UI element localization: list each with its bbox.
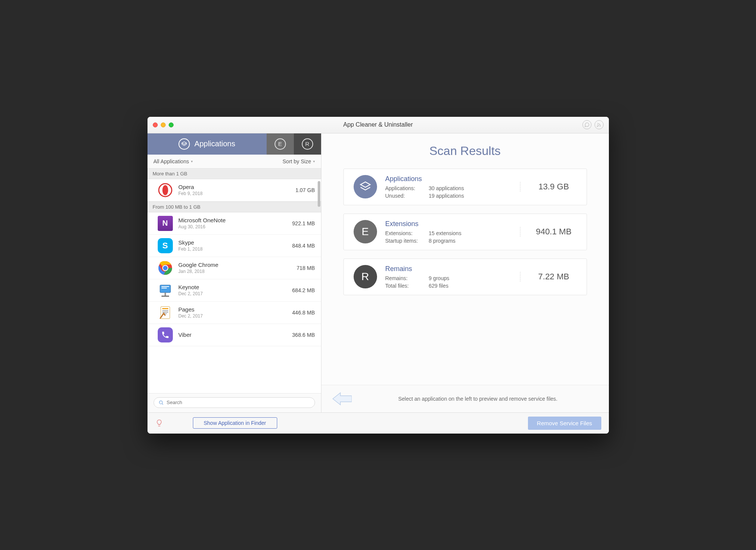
show-in-finder-button[interactable]: Show Application in Finder <box>193 417 277 429</box>
tab-extensions[interactable]: E <box>267 133 294 155</box>
app-row[interactable]: SSkypeFeb 1, 2018848.4 MB <box>147 235 321 257</box>
group-header: More than 1 GB <box>147 168 321 179</box>
app-row[interactable]: Viber368.6 MB <box>147 324 321 346</box>
search-input[interactable] <box>167 400 310 405</box>
card-size: 940.1 MB <box>520 227 577 237</box>
app-date: Aug 30, 2016 <box>179 224 287 229</box>
card-stat-value: 15 extensions <box>429 230 512 236</box>
card-size: 13.9 GB <box>520 182 577 192</box>
remains-card-icon: R <box>354 265 377 288</box>
extensions-icon: E <box>275 138 286 150</box>
card-title: Applications <box>385 175 512 183</box>
app-size: 368.6 MB <box>292 332 315 338</box>
svg-point-11 <box>159 401 162 404</box>
opera-icon <box>157 182 173 198</box>
search-field-wrapper[interactable] <box>154 397 315 408</box>
card-stat-label: Extensions: <box>385 230 429 236</box>
app-row[interactable]: OperaFeb 9, 20181.07 GB <box>147 179 321 201</box>
svg-point-2 <box>162 185 168 195</box>
hint-area: Select an application on the left to pre… <box>321 385 609 412</box>
right-panel: Scan Results Applications Applications: … <box>321 133 609 412</box>
filter-bar: All Applications ▾ Sort by Size ▾ <box>147 155 321 168</box>
card-title: Remains <box>385 265 512 273</box>
scrollbar-thumb[interactable] <box>318 181 320 207</box>
app-size: 684.2 MB <box>292 287 315 293</box>
applications-card-icon <box>354 175 377 198</box>
titlebar: App Cleaner & Uninstaller <box>147 117 609 133</box>
card-title: Extensions <box>385 220 512 228</box>
card-stat-label: Remains: <box>385 275 429 281</box>
app-name: Viber <box>179 332 287 338</box>
app-name: Google Chrome <box>179 262 292 268</box>
tab-applications[interactable]: Applications <box>147 133 267 155</box>
card-applications[interactable]: Applications Applications: 30 applicatio… <box>343 169 587 205</box>
applications-icon <box>179 138 190 150</box>
chevron-down-icon: ▾ <box>191 160 193 163</box>
search-bar <box>147 393 321 412</box>
app-date: Jan 28, 2018 <box>179 269 292 274</box>
app-window: App Cleaner & Uninstaller Applications <box>147 117 609 434</box>
card-stat-value: 9 groups <box>429 275 512 281</box>
filter-all-label: All Applications <box>154 158 189 164</box>
extensions-card-icon: E <box>354 220 377 243</box>
skype-icon: S <box>157 238 173 254</box>
onenote-icon: N <box>157 215 173 231</box>
app-size: 1.07 GB <box>295 187 315 193</box>
app-size: 848.4 MB <box>292 243 315 249</box>
viber-icon <box>157 327 173 343</box>
footer: Show Application in Finder Remove Servic… <box>147 412 609 434</box>
group-header: From 100 MB to 1 GB <box>147 201 321 212</box>
chevron-down-icon: ▾ <box>313 160 315 163</box>
card-stat-label: Startup items: <box>385 238 429 244</box>
hint-text: Select an application on the left to pre… <box>358 396 598 402</box>
app-row[interactable]: KeynoteDec 2, 2017684.2 MB <box>147 279 321 302</box>
keynote-icon <box>157 282 173 298</box>
card-stat-label: Total files: <box>385 283 429 289</box>
app-name: Microsoft OneNote <box>179 217 287 223</box>
app-size: 446.8 MB <box>292 310 315 316</box>
left-panel: Applications E R All Applications ▾ Sort… <box>147 133 321 412</box>
card-stat-value: 8 programs <box>429 238 512 244</box>
card-stat-label: Applications: <box>385 185 429 191</box>
filter-all-dropdown[interactable]: All Applications ▾ <box>154 158 193 164</box>
lightbulb-icon[interactable] <box>155 419 163 427</box>
category-tabs: Applications E R <box>147 133 321 155</box>
remains-icon: R <box>302 138 313 150</box>
card-extensions[interactable]: E Extensions Extensions: 15 extensions S… <box>343 214 587 250</box>
app-size: 922.1 MB <box>292 220 315 226</box>
scan-results-title: Scan Results <box>343 144 587 158</box>
search-icon <box>158 400 164 405</box>
app-row[interactable]: NMicrosoft OneNoteAug 30, 2016922.1 MB <box>147 212 321 235</box>
app-date: Feb 1, 2018 <box>179 246 287 252</box>
app-date: Dec 2, 2017 <box>179 291 287 296</box>
chrome-icon <box>157 260 173 276</box>
app-name: Pages <box>179 306 287 313</box>
tab-remains[interactable]: R <box>294 133 321 155</box>
app-date: Feb 9, 2018 <box>179 191 290 196</box>
sort-label: Sort by Size <box>283 158 311 164</box>
app-row[interactable]: PagesDec 2, 2017446.8 MB <box>147 302 321 324</box>
card-stat-value: 19 applications <box>429 193 512 199</box>
card-stat-value: 629 files <box>429 283 512 289</box>
app-name: Opera <box>179 184 290 190</box>
window-title: App Cleaner & Uninstaller <box>147 121 609 128</box>
sort-dropdown[interactable]: Sort by Size ▾ <box>283 158 315 164</box>
arrow-left-icon <box>332 392 352 406</box>
svg-rect-10 <box>162 308 168 309</box>
app-list[interactable]: More than 1 GB OperaFeb 9, 20181.07 GB F… <box>147 168 321 346</box>
card-remains[interactable]: R Remains Remains: 9 groups Total files:… <box>343 259 587 295</box>
card-stat-value: 30 applications <box>429 185 512 191</box>
pages-icon <box>157 305 173 321</box>
app-name: Keynote <box>179 284 287 290</box>
tab-applications-label: Applications <box>194 139 235 148</box>
app-size: 718 MB <box>297 265 315 271</box>
app-date: Dec 2, 2017 <box>179 313 287 319</box>
card-stat-label: Unused: <box>385 193 429 199</box>
app-row[interactable]: Google ChromeJan 28, 2018718 MB <box>147 257 321 279</box>
svg-rect-8 <box>161 296 169 297</box>
card-size: 7.22 MB <box>520 272 577 282</box>
svg-point-5 <box>163 266 168 270</box>
app-name: Skype <box>179 239 287 246</box>
remove-service-files-button[interactable]: Remove Service Files <box>528 417 601 430</box>
